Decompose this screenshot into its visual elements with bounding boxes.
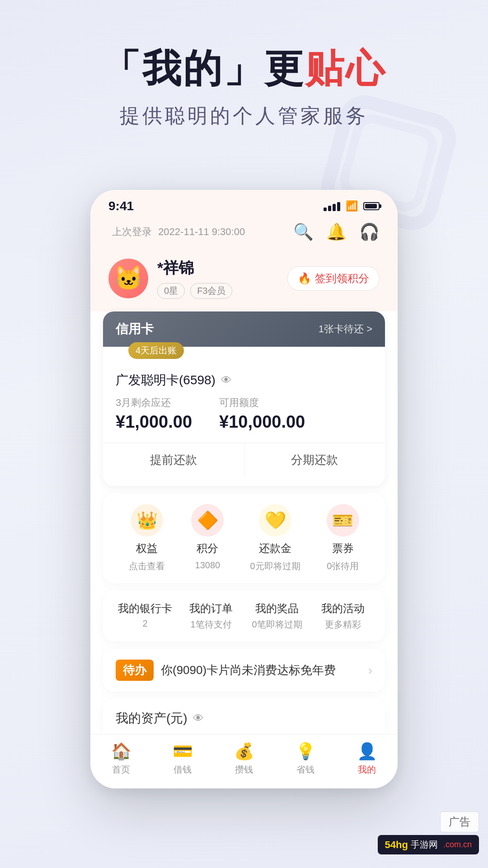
card-name: 广发聪明卡(6598)	[116, 372, 216, 389]
quick-sub-还款金: 0元即将过期	[250, 560, 300, 572]
assets-section: 我的资产(元) 👁	[103, 699, 385, 734]
user-profile: 🐱 *祥锦 0星 F3会员 🔥 签到领积分	[90, 250, 398, 311]
installment-button[interactable]: 分期还款	[244, 443, 385, 477]
user-info: *祥锦 0星 F3会员	[157, 258, 232, 299]
assets-eye-icon[interactable]: 👁	[193, 712, 204, 725]
quick-sub-权益: 点击查看	[129, 560, 165, 572]
nav-item-我的[interactable]: 👤 我的	[336, 742, 398, 776]
hero-subtitle: 提供聪明的个人管家服务	[0, 103, 488, 129]
card-name-row: 广发聪明卡(6598) 👁	[116, 372, 372, 389]
vip-badge: F3会员	[190, 283, 232, 299]
site-badge: 54hg 手游网 .com.cn	[378, 835, 479, 854]
todo-left: 待办 你(9090)卡片尚未消费达标免年费	[116, 660, 336, 681]
my-item-sub-1: 1笔待支付	[190, 618, 231, 631]
quick-item-积分[interactable]: 🔶 积分 13080	[191, 504, 224, 572]
credit-card-section: 信用卡 1张卡待还 > 4天后出账 广发聪明卡(6598) 👁 3月剩余应还 ¥…	[103, 311, 385, 486]
battery-icon	[363, 202, 380, 210]
my-item-3[interactable]: 我的活动 更多精彩	[314, 601, 372, 631]
card-body: 广发聪明卡(6598) 👁 3月剩余应还 ¥1,000.00 可用额度 ¥10,…	[103, 366, 385, 486]
my-item-2[interactable]: 我的奖品 0笔即将过期	[248, 601, 306, 631]
quick-item-票券[interactable]: 🎫 票券 0张待用	[327, 504, 359, 572]
nav-icon-首页: 🏠	[111, 742, 131, 761]
chevron-right-icon: ›	[368, 663, 372, 678]
quick-icon-积分: 🔶	[191, 504, 224, 537]
signal-icon	[324, 201, 340, 211]
assets-title: 我的资产(元)	[116, 710, 188, 727]
game-text: 手游网	[411, 839, 438, 851]
quick-icon-票券: 🎫	[327, 504, 359, 537]
my-item-name-2: 我的奖品	[255, 601, 299, 616]
my-item-sub-3: 更多精彩	[325, 618, 361, 631]
site-domain: .com.cn	[443, 840, 472, 849]
site-name: 54hg	[385, 839, 408, 851]
watermark: 广告 54hg 手游网 .com.cn	[378, 811, 479, 854]
card-action-link[interactable]: 1张卡待还 >	[319, 322, 372, 336]
quick-access: 👑 权益 点击查看 🔶 积分 13080 💛 还款金 0元即将过期 🎫 票券 0…	[103, 493, 385, 583]
ad-badge: 广告	[440, 811, 479, 832]
card-header: 信用卡 1张卡待还 >	[103, 311, 385, 347]
nav-label-省钱: 省钱	[296, 764, 314, 776]
quick-name-还款金: 还款金	[259, 541, 291, 556]
hero-section: 「我的」更贴心 提供聪明的个人管家服务	[0, 45, 488, 129]
user-badges: 0星 F3会员	[157, 283, 232, 299]
quick-icon-还款金: 💛	[259, 504, 291, 537]
hero-title: 「我的」更贴心	[0, 45, 488, 92]
quick-name-权益: 权益	[136, 541, 158, 556]
user-name: *祥锦	[157, 258, 232, 278]
fire-icon: 🔥	[298, 272, 311, 285]
star-badge: 0星	[157, 283, 185, 299]
quick-sub-积分: 13080	[195, 560, 221, 571]
quick-sub-票券: 0张待用	[327, 560, 359, 572]
quick-name-票券: 票券	[332, 541, 354, 556]
service-icon[interactable]: 🎧	[359, 222, 380, 241]
nav-label-借钱: 借钱	[174, 764, 192, 776]
header-actions: 🔍 🔔 🎧	[293, 222, 380, 241]
nav-item-省钱[interactable]: 💡 省钱	[275, 742, 336, 776]
quick-item-权益[interactable]: 👑 权益 点击查看	[129, 504, 165, 572]
my-item-name-0: 我的银行卡	[118, 601, 172, 616]
todo-text: 你(9090)卡片尚未消费达标免年费	[161, 662, 336, 678]
my-items-grid: 我的银行卡 2 我的订单 1笔待支付 我的奖品 0笔即将过期 我的活动 更多精彩	[103, 590, 385, 642]
my-item-name-1: 我的订单	[189, 601, 233, 616]
eye-icon[interactable]: 👁	[221, 374, 232, 387]
app-header: 上次登录 2022-11-11 9:30:00 🔍 🔔 🎧	[90, 218, 398, 250]
remaining-amount: 3月剩余应还 ¥1,000.00	[116, 396, 192, 432]
sign-in-button[interactable]: 🔥 签到领积分	[287, 266, 380, 291]
search-icon[interactable]: 🔍	[293, 222, 314, 241]
nav-icon-省钱: 💡	[296, 742, 316, 761]
card-amounts: 3月剩余应还 ¥1,000.00 可用额度 ¥10,000.00	[116, 396, 372, 432]
phone-mockup: 9:41 📶 上次登录 2022-11-11 9:30:00 🔍 🔔 🎧	[90, 190, 398, 788]
card-actions: 提前还款 分期还款	[103, 443, 385, 477]
wifi-icon: 📶	[346, 200, 358, 212]
my-item-sub-0: 2	[142, 618, 147, 629]
nav-item-攒钱[interactable]: 💰 攒钱	[213, 742, 275, 776]
nav-icon-借钱: 💳	[173, 742, 193, 761]
nav-item-借钱[interactable]: 💳 借钱	[152, 742, 213, 776]
days-badge: 4天后出账	[128, 342, 184, 359]
status-time: 9:41	[108, 199, 134, 213]
todo-section[interactable]: 待办 你(9090)卡片尚未消费达标免年费 ›	[103, 649, 385, 692]
status-bar: 9:41 📶	[90, 190, 398, 218]
status-icons: 📶	[324, 200, 380, 212]
nav-icon-我的: 👤	[357, 742, 377, 761]
nav-item-首页[interactable]: 🏠 首页	[90, 742, 152, 776]
available-amount: 可用额度 ¥10,000.00	[219, 396, 305, 432]
quick-name-积分: 积分	[197, 541, 218, 556]
notification-icon[interactable]: 🔔	[326, 222, 347, 241]
nav-label-首页: 首页	[112, 764, 130, 776]
hero-title-prefix: 「我的」更	[102, 47, 305, 90]
my-item-sub-2: 0笔即将过期	[252, 618, 302, 631]
my-item-1[interactable]: 我的订单 1笔待支付	[182, 601, 240, 631]
quick-item-还款金[interactable]: 💛 还款金 0元即将过期	[250, 504, 300, 572]
hero-title-highlight: 贴心	[305, 47, 386, 90]
last-login: 上次登录 2022-11-11 9:30:00	[108, 225, 245, 239]
bottom-nav: 🏠 首页 💳 借钱 💰 攒钱 💡 省钱 👤 我的	[90, 734, 398, 788]
card-section-title: 信用卡	[116, 321, 154, 338]
todo-badge: 待办	[116, 660, 154, 681]
avatar: 🐱	[108, 259, 148, 298]
my-item-name-3: 我的活动	[321, 601, 365, 616]
nav-label-攒钱: 攒钱	[235, 764, 253, 776]
early-repay-button[interactable]: 提前还款	[103, 443, 244, 477]
my-item-0[interactable]: 我的银行卡 2	[116, 601, 174, 631]
quick-icon-权益: 👑	[131, 504, 163, 537]
